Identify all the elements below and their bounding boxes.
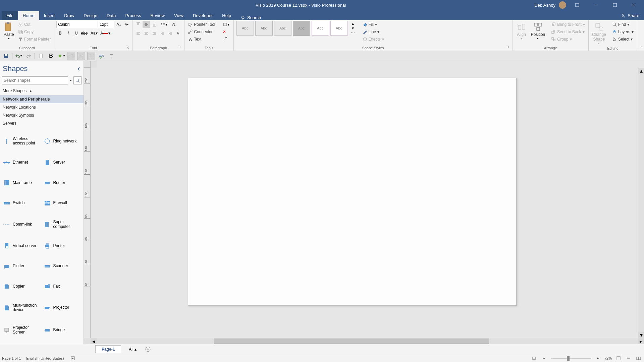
shape-item[interactable]: Comm-link — [1, 213, 42, 236]
collapse-shapes-pane-button[interactable]: ‹ — [77, 65, 81, 72]
share-button[interactable]: Share — [616, 11, 644, 20]
align-center-button[interactable] — [143, 29, 150, 37]
vertical-ruler[interactable]: 20018016014012010080604020 — [84, 68, 91, 338]
shape-item[interactable]: Scanner — [42, 256, 83, 276]
align-top-button[interactable] — [135, 21, 142, 28]
send-back-button[interactable]: Send to Back ▾ — [550, 28, 586, 36]
add-page-button[interactable] — [144, 346, 152, 353]
shape-item[interactable]: Mainframe — [1, 173, 42, 193]
select-button[interactable]: Select ▾ — [611, 36, 635, 43]
macro-recording-button[interactable] — [69, 355, 76, 362]
bring-front-button[interactable]: Bring to Front ▾ — [550, 21, 586, 28]
shape-item[interactable]: Projector — [42, 296, 83, 319]
italic-button[interactable]: I — [64, 29, 72, 37]
collapse-ribbon-button[interactable] — [637, 20, 644, 51]
close-button[interactable] — [626, 0, 641, 10]
tab-file[interactable]: File — [2, 11, 18, 20]
shape-item[interactable]: Switch — [1, 193, 42, 213]
page-indicator[interactable]: Page 1 of 1 — [2, 356, 21, 360]
line-button[interactable]: Line ▾ — [361, 28, 385, 36]
zoom-level[interactable]: 72% — [604, 356, 612, 360]
drawing-page[interactable] — [188, 78, 517, 306]
vertical-scrollbar[interactable]: ▴ ▾ — [638, 68, 644, 338]
shapes-search-dropdown[interactable]: ▾ — [69, 76, 73, 84]
canvas-viewport[interactable] — [91, 68, 638, 338]
position-button[interactable]: Position▾ — [530, 21, 547, 41]
shape-item[interactable]: Plotter — [1, 256, 42, 276]
shape-item[interactable]: Ethernet — [1, 153, 42, 173]
style-swatch-4[interactable]: Abc — [293, 21, 310, 36]
style-swatch-6[interactable]: Abc — [330, 21, 348, 36]
dialog-launcher-icon[interactable] — [506, 45, 511, 50]
strikethrough-button[interactable]: abc — [80, 29, 88, 37]
shape-item[interactable]: Bridge — [42, 319, 83, 341]
zoom-in-button[interactable]: + — [594, 355, 601, 362]
qat-bold-button[interactable]: B — [47, 52, 55, 60]
scroll-right-button[interactable]: ▸ — [638, 338, 644, 344]
tab-help[interactable]: Help — [217, 11, 236, 20]
scroll-down-button[interactable]: ▾ — [638, 332, 644, 338]
connector-button[interactable]: Connector — [186, 28, 216, 36]
effects-button[interactable]: Effects ▾ — [361, 36, 385, 43]
bold-button[interactable]: B — [56, 29, 64, 37]
shape-item[interactable]: Server — [42, 153, 83, 173]
text-direction-button[interactable]: A — [170, 21, 177, 28]
qat-customize-button[interactable] — [107, 52, 115, 60]
pointer-tool-button[interactable]: Pointer Tool — [186, 21, 216, 28]
style-swatch-1[interactable]: Abc — [236, 21, 254, 36]
fit-page-button[interactable] — [615, 355, 622, 362]
shape-item[interactable]: Virtual server — [1, 236, 42, 256]
shape-item[interactable]: Firewall — [42, 193, 83, 213]
format-painter-button[interactable]: Format Painter — [17, 36, 52, 43]
shape-item[interactable]: Ring network — [42, 130, 83, 153]
shrink-font-button[interactable]: A▾ — [123, 21, 130, 28]
stencil-servers[interactable]: Servers — [0, 119, 84, 127]
shape-item[interactable]: Copier — [1, 276, 42, 296]
decrease-indent-button[interactable] — [159, 29, 166, 37]
qat-spellcheck-button[interactable]: abc — [97, 52, 105, 60]
shape-item[interactable]: Super computer — [42, 213, 83, 236]
minimize-button[interactable] — [588, 0, 604, 10]
tab-draw[interactable]: Draw — [59, 11, 79, 20]
qat-align-left-button[interactable] — [67, 52, 75, 60]
shape-item[interactable]: Router — [42, 173, 83, 193]
change-shape-button[interactable]: Change Shape▾ — [591, 21, 607, 46]
stencil-network-symbols[interactable]: Network Symbols — [0, 111, 84, 119]
stencil-network-peripherals[interactable]: Network and Peripherals — [0, 95, 84, 103]
scroll-left-button[interactable]: ◂ — [91, 338, 97, 344]
fill-button[interactable]: Fill ▾ — [361, 21, 385, 28]
font-family-combo[interactable] — [56, 21, 97, 28]
qat-align-right-button[interactable] — [87, 52, 95, 60]
tab-insert[interactable]: Insert — [39, 11, 60, 20]
stencil-network-locations[interactable]: Network Locations — [0, 103, 84, 111]
layers-button[interactable]: Layers ▾ — [611, 28, 635, 36]
new-button[interactable] — [37, 52, 45, 60]
undo-button[interactable]: ▾ — [14, 52, 22, 60]
zoom-slider[interactable] — [551, 358, 591, 359]
shape-item[interactable]: Wireless access point — [1, 130, 42, 153]
font-size-combo[interactable] — [98, 21, 114, 28]
user-avatar[interactable] — [559, 1, 566, 9]
text-tool-button[interactable]: AText — [186, 36, 216, 43]
group-button[interactable]: Group ▾ — [550, 36, 586, 43]
redo-button[interactable] — [24, 52, 33, 60]
connector-close-button[interactable]: ✕ — [221, 28, 228, 36]
dialog-launcher-icon[interactable] — [177, 45, 182, 50]
tab-design[interactable]: Design — [79, 11, 102, 20]
cut-button[interactable]: Cut — [17, 21, 52, 28]
align-left-button[interactable] — [135, 29, 142, 37]
page-tab-all[interactable]: All ▴ — [122, 345, 143, 353]
shape-item[interactable]: Fax — [42, 276, 83, 296]
align-middle-button[interactable] — [143, 21, 150, 28]
ribbon-display-options[interactable] — [570, 0, 585, 10]
find-button[interactable]: Find ▾ — [611, 21, 635, 28]
language-indicator[interactable]: English (United States) — [26, 356, 64, 360]
tab-process[interactable]: Process — [120, 11, 146, 20]
font-color-button[interactable]: A▾ — [100, 29, 111, 37]
scroll-thumb[interactable] — [214, 339, 489, 344]
shapes-search-input[interactable] — [2, 76, 68, 84]
scroll-up-button[interactable]: ▴ — [638, 68, 644, 74]
horizontal-scrollbar[interactable]: ◂ ▸ — [84, 338, 644, 344]
shape-item[interactable]: Projector Screen — [1, 319, 42, 341]
page-tab-1[interactable]: Page-1 — [95, 345, 121, 353]
